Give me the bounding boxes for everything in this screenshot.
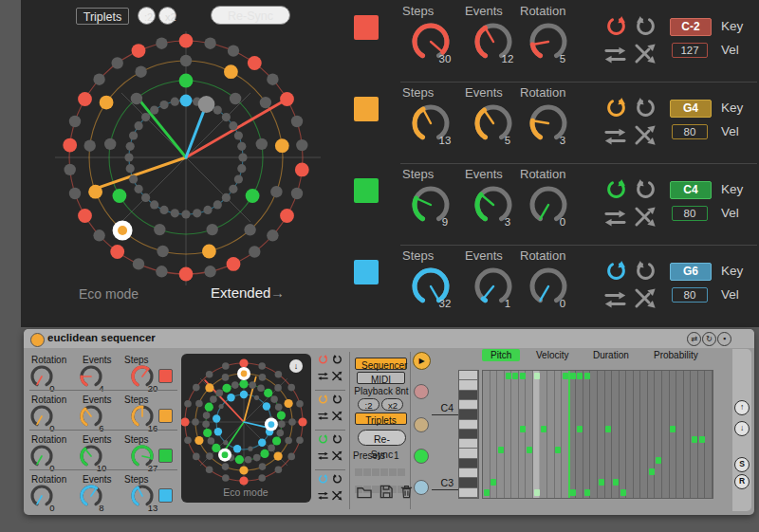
rotation-knob-blue[interactable]: 0 xyxy=(528,266,582,313)
steps-knob-orange[interactable]: 13 xyxy=(411,102,464,150)
rotate-ccw-icon[interactable] xyxy=(331,471,343,484)
swap-direction-icon[interactable] xyxy=(602,42,628,71)
euclidean-circle-display[interactable] xyxy=(21,0,351,327)
track-color-swatch[interactable] xyxy=(354,178,379,203)
octave-down-button[interactable]: ↓ xyxy=(734,421,750,436)
device-circle-display[interactable]: ↓ Eco mode xyxy=(181,354,311,503)
white-key[interactable] xyxy=(459,400,477,409)
white-key[interactable] xyxy=(459,439,477,448)
rotate-ccw-icon[interactable] xyxy=(633,12,658,42)
rotate-cw-icon[interactable] xyxy=(603,94,629,123)
key-field[interactable]: G4 xyxy=(670,100,712,118)
half-time-button-device[interactable]: :2 xyxy=(358,398,380,411)
rotation-knob-orange[interactable]: 3 xyxy=(528,102,582,150)
swap-direction-icon[interactable] xyxy=(602,205,628,234)
rotate-cw-icon[interactable] xyxy=(603,12,629,42)
tab-duration[interactable]: Duration xyxy=(584,349,638,361)
rotation-knob-blue[interactable]: 0 xyxy=(28,482,68,517)
receive-button[interactable]: R xyxy=(734,474,750,489)
preset-slot[interactable] xyxy=(389,468,397,476)
rotate-ccw-icon[interactable] xyxy=(633,257,658,286)
rotate-ccw-icon[interactable] xyxy=(331,392,343,404)
midi-mode-button[interactable]: MIDI xyxy=(357,372,405,384)
tab-probability[interactable]: Probability xyxy=(645,349,707,361)
track-lamp-green[interactable] xyxy=(414,449,429,464)
device-euclid-rings[interactable] xyxy=(181,354,311,503)
preset-slot[interactable] xyxy=(380,468,388,476)
device-titlebar[interactable]: euclidean sequencer ⇄ ↻ ▪ xyxy=(24,329,754,348)
track-color-swatch[interactable] xyxy=(158,369,173,383)
events-knob-orange[interactable]: 5 xyxy=(473,102,527,150)
eco-mode-label[interactable]: Eco mode xyxy=(206,486,286,498)
white-key[interactable] xyxy=(459,420,477,429)
shuffle-icon[interactable] xyxy=(331,449,343,461)
white-key[interactable] xyxy=(459,371,477,379)
track-color-swatch[interactable] xyxy=(158,488,173,503)
black-key[interactable] xyxy=(459,430,477,438)
track-lamp-red[interactable] xyxy=(414,384,429,399)
shuffle-icon[interactable] xyxy=(633,41,658,70)
pianoroll-grid[interactable] xyxy=(482,370,713,499)
rotate-cw-icon[interactable] xyxy=(603,175,629,205)
swap-direction-icon[interactable] xyxy=(317,488,329,501)
shuffle-icon[interactable] xyxy=(633,285,658,315)
white-key[interactable] xyxy=(459,488,477,497)
load-preset-folder-icon[interactable] xyxy=(356,484,373,500)
vel-field[interactable]: 80 xyxy=(672,206,708,221)
double-time-button-device[interactable]: x2 xyxy=(381,398,403,411)
collapse-button[interactable]: ↓ xyxy=(289,359,303,373)
track-lamp-orange[interactable] xyxy=(414,417,429,432)
sequencer-mode-button[interactable]: Sequencer xyxy=(355,358,407,370)
solo-button[interactable]: S xyxy=(734,457,750,472)
white-key[interactable] xyxy=(459,380,477,389)
swap-direction-icon[interactable] xyxy=(317,449,329,461)
key-field[interactable]: C4 xyxy=(670,181,712,199)
steps-knob-blue[interactable]: 32 xyxy=(411,266,464,313)
swap-direction-icon[interactable] xyxy=(602,123,628,153)
triplets-button-device[interactable]: Triplets xyxy=(355,413,407,425)
swap-direction-icon[interactable] xyxy=(317,369,329,381)
extended-toggle[interactable]: Extended xyxy=(211,284,270,301)
shuffle-icon[interactable] xyxy=(331,488,343,501)
track-color-swatch[interactable] xyxy=(354,15,379,40)
shuffle-icon[interactable] xyxy=(633,122,658,152)
breakout-icon[interactable]: ⇄ xyxy=(687,332,701,346)
rotate-cw-icon[interactable] xyxy=(317,431,329,444)
preset-slot[interactable] xyxy=(355,468,362,476)
black-key[interactable] xyxy=(459,391,477,399)
track-lamp-blue[interactable] xyxy=(414,480,429,495)
save-icon[interactable]: ▪ xyxy=(717,332,731,346)
events-knob-green[interactable]: 3 xyxy=(473,184,527,231)
swap-direction-icon[interactable] xyxy=(602,286,628,316)
steps-knob-red[interactable]: 30 xyxy=(411,21,464,68)
key-field[interactable]: C-2 xyxy=(670,18,712,36)
events-knob-blue[interactable]: 8 xyxy=(78,482,118,517)
delete-preset-trash-icon[interactable] xyxy=(399,484,414,500)
vel-field[interactable]: 80 xyxy=(672,124,708,139)
rotate-cw-icon[interactable] xyxy=(317,392,329,404)
rotate-cw-icon[interactable] xyxy=(603,257,629,286)
piano-keyboard[interactable] xyxy=(458,370,479,499)
events-knob-blue[interactable]: 1 xyxy=(473,266,527,313)
rotate-ccw-icon[interactable] xyxy=(633,175,658,205)
rotate-ccw-icon[interactable] xyxy=(331,431,343,444)
tab-velocity[interactable]: Velocity xyxy=(528,349,577,361)
black-key[interactable] xyxy=(459,459,477,468)
rotate-cw-icon[interactable] xyxy=(317,471,329,484)
resync-button-device[interactable]: Re-Sync xyxy=(358,430,406,446)
play-button[interactable]: ▶ xyxy=(413,352,431,370)
vel-field[interactable]: 80 xyxy=(672,287,708,303)
octave-up-button[interactable]: ↑ xyxy=(734,400,750,415)
eco-mode-toggle[interactable]: Eco mode xyxy=(79,286,139,302)
track-color-swatch[interactable] xyxy=(354,97,379,121)
track-color-swatch[interactable] xyxy=(354,260,379,284)
rotation-knob-red[interactable]: 5 xyxy=(528,21,582,68)
vel-field[interactable]: 127 xyxy=(672,43,708,58)
black-key[interactable] xyxy=(459,410,477,418)
shuffle-icon[interactable] xyxy=(331,409,343,421)
rotation-knob-green[interactable]: 0 xyxy=(528,184,582,231)
track-color-swatch[interactable] xyxy=(158,449,173,463)
shuffle-icon[interactable] xyxy=(633,204,658,233)
track-color-swatch[interactable] xyxy=(158,409,173,423)
white-key[interactable] xyxy=(459,449,477,457)
